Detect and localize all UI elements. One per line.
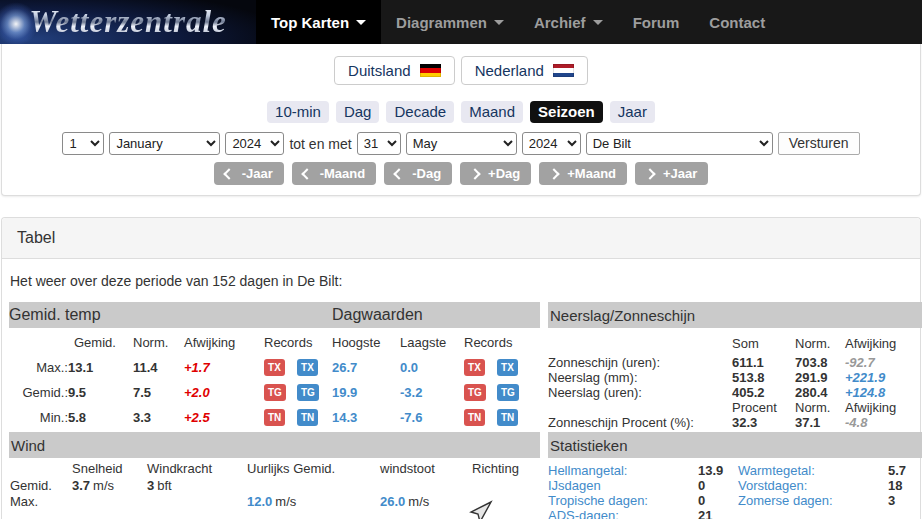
statistieken-section-bar: Statistieken (548, 432, 922, 458)
temp-value: 5.8 (68, 405, 133, 430)
tabel-panel: Tabel Het weer over deze periode van 152… (1, 217, 921, 519)
tab-10-min[interactable]: 10-min (267, 101, 329, 123)
minus-jaar-button[interactable]: -Jaar (214, 162, 284, 185)
record-badge-warm[interactable]: TG (464, 384, 486, 401)
stat-label[interactable]: Tropische dagen: (548, 493, 698, 508)
netherlands-flag-icon (553, 64, 574, 77)
temp-norm: 11.4 (133, 355, 182, 380)
wind-uurlijks-value[interactable]: 12.0 (247, 494, 272, 509)
temp-deviation: +2.5 (182, 405, 264, 430)
logo-flare-icon (0, 2, 38, 44)
wind-windstoot-value[interactable]: 26.0 (380, 494, 405, 509)
stat-label[interactable]: IJsdagen (548, 478, 698, 493)
wind-windkracht-value: 3 (147, 478, 154, 493)
temp-row-label: Gemid.: (9, 380, 68, 405)
nav-item-diagrammen[interactable]: Diagrammen (381, 0, 519, 44)
page: Wetterzentrale Top Karten Diagrammen Arc… (0, 0, 922, 519)
plus-maand-button[interactable]: +Maand (539, 162, 627, 185)
stat-label[interactable]: ADS-dagen: (548, 508, 698, 519)
wind-row-label: Max. (9, 494, 72, 510)
nav-item-top-karten[interactable]: Top Karten (256, 0, 381, 44)
plus-jaar-button[interactable]: +Jaar (635, 162, 708, 185)
temp-value: 9.5 (68, 380, 133, 405)
laagste-value[interactable]: 0.0 (400, 355, 464, 380)
stat-label[interactable]: Vorstdagen: (738, 478, 888, 493)
minus-dag-button[interactable]: -Dag (384, 162, 452, 185)
chevron-right-icon (469, 168, 480, 179)
record-badge-warm[interactable]: TX (464, 359, 485, 376)
tab-jaar[interactable]: Jaar (610, 101, 655, 123)
stat-value: 3 (888, 493, 922, 508)
tab-decade[interactable]: Decade (386, 101, 454, 123)
record-badge-cold[interactable]: TX (297, 359, 318, 376)
chevron-right-icon (644, 168, 655, 179)
month-from-select[interactable]: January (109, 132, 220, 155)
temp-norm: 3.3 (133, 405, 182, 430)
chevron-left-icon (223, 168, 234, 179)
dagwaarden-section-title: Dagwaarden (332, 306, 540, 324)
wetterzentrale-logo[interactable]: Wetterzentrale (0, 0, 256, 44)
caret-down-icon (494, 20, 504, 25)
record-badge-warm[interactable]: TG (264, 384, 286, 401)
station-select[interactable]: De Bilt (586, 132, 773, 155)
year-from-select[interactable]: 2024 (225, 132, 284, 155)
date-range-form: 1 January 2024 tot en met 31 May 2024 De… (2, 132, 920, 155)
neerslag-table: Som Norm. Afwijking Zonneschijn (uren): … (548, 328, 922, 430)
record-badge-warm[interactable]: TN (264, 409, 285, 426)
stat-value: 5.7 (888, 463, 922, 478)
wind-section-bar: Wind (9, 432, 540, 458)
record-badge-cold[interactable]: TX (497, 359, 518, 376)
record-badge-warm[interactable]: TN (464, 409, 485, 426)
temperature-table: Gemid. Norm. Afwijking Records Hoogste L… (9, 328, 540, 430)
year-to-select[interactable]: 2024 (522, 132, 581, 155)
caret-down-icon (356, 20, 366, 25)
laagste-value[interactable]: -3.2 (400, 380, 464, 405)
wind-table: Snelheid Windkracht Uurlijks Gemid. wind… (9, 458, 540, 510)
stat-value: 21 (698, 508, 738, 519)
country-button-duitsland[interactable]: Duitsland (334, 56, 455, 85)
stat-label[interactable]: Hellmangetal: (548, 463, 698, 478)
temp-row-label: Min.: (9, 405, 68, 430)
laagste-value[interactable]: -7.6 (400, 405, 464, 430)
neerslag-row-label: Neerslag (uren): (548, 385, 732, 400)
temp-section-title: Gemid. temp (9, 306, 332, 324)
plus-dag-button[interactable]: +Dag (460, 162, 531, 185)
record-badge-cold[interactable]: TN (497, 409, 518, 426)
tab-dag[interactable]: Dag (336, 101, 380, 123)
statistieken-section-title: Statistieken (548, 437, 628, 454)
wind-section-title: Wind (9, 437, 45, 454)
temp-deviation: +2.0 (182, 380, 264, 405)
tab-seizoen[interactable]: Seizoen (530, 101, 603, 123)
hoogste-value[interactable]: 14.3 (332, 405, 400, 430)
versturen-button[interactable]: Versturen (778, 132, 860, 155)
stat-value (888, 508, 922, 519)
day-from-select[interactable]: 1 (62, 132, 104, 155)
chevron-right-icon (549, 168, 560, 179)
nav-item-forum[interactable]: Forum (618, 0, 695, 44)
step-buttons: -Jaar -Maand -Dag +Dag +Maand +Jaar (2, 162, 920, 185)
stat-label[interactable]: Zomerse dagen: (738, 493, 888, 508)
record-badge-warm[interactable]: TX (264, 359, 285, 376)
record-badge-cold[interactable]: TG (497, 384, 519, 401)
chevron-left-icon (301, 168, 312, 179)
day-to-select[interactable]: 31 (357, 132, 401, 155)
record-badge-cold[interactable]: TN (297, 409, 318, 426)
record-badge-cold[interactable]: TG (297, 384, 319, 401)
hoogste-value[interactable]: 19.9 (332, 380, 400, 405)
statistieken-table: Hellmangetal: 13.9 Warmtegetal: 5.7 IJsd… (548, 458, 922, 519)
period-summary-text: Het weer over deze periode van 152 dagen… (10, 273, 920, 289)
wind-row-label: Gemid. (9, 478, 72, 494)
temp-section-bar: Gemid. temp Dagwaarden (9, 302, 540, 328)
country-button-nederland[interactable]: Nederland (461, 56, 588, 85)
stat-label[interactable] (738, 508, 888, 519)
month-to-select[interactable]: May (406, 132, 517, 155)
tab-maand[interactable]: Maand (461, 101, 523, 123)
minus-maand-button[interactable]: -Maand (292, 162, 377, 185)
stat-label[interactable]: Warmtegetal: (738, 463, 888, 478)
stat-value: 0 (698, 493, 738, 508)
hoogste-value[interactable]: 26.7 (332, 355, 400, 380)
neerslag-row-label: Zonneschijn (uren): (548, 355, 732, 370)
nav-item-archief[interactable]: Archief (519, 0, 618, 44)
nav-item-contact[interactable]: Contact (694, 0, 780, 44)
logo-text: Wetterzentrale (29, 4, 227, 40)
